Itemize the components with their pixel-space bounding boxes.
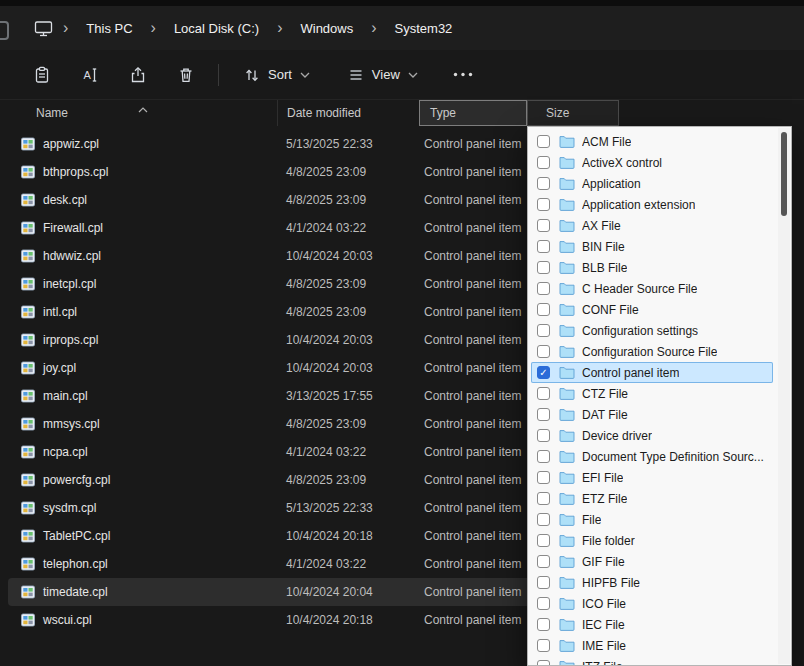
delete-button[interactable] [168, 58, 204, 92]
folder-icon [559, 471, 575, 484]
filter-checkbox[interactable] [537, 450, 550, 463]
filter-option-row[interactable]: Configuration Source File [531, 341, 773, 362]
breadcrumb-windows[interactable]: Windows [288, 15, 365, 42]
type-filter-dropdown: ACM File ActiveX control [527, 126, 792, 666]
filter-checkbox[interactable] [537, 366, 550, 379]
paste-button[interactable] [24, 58, 60, 92]
filter-checkbox[interactable] [537, 303, 550, 316]
column-header-name[interactable]: Name [8, 100, 277, 126]
filter-option-row[interactable]: GIF File [531, 551, 773, 572]
filter-option-row[interactable]: Control panel item [531, 362, 773, 383]
filter-checkbox[interactable] [537, 198, 550, 211]
filter-option-row[interactable]: IME File [531, 635, 773, 656]
see-more-ellipsis-icon [453, 72, 473, 77]
filter-option-row[interactable]: ActiveX control [531, 152, 773, 173]
filter-option-row[interactable]: File folder [531, 530, 773, 551]
folder-icon [559, 345, 575, 358]
filter-checkbox[interactable] [537, 219, 550, 232]
filter-checkbox[interactable] [537, 492, 550, 505]
file-date-modified: 10/4/2024 20:04 [277, 585, 419, 599]
filter-checkbox[interactable] [537, 534, 550, 547]
column-header-type[interactable]: Type [419, 100, 527, 126]
filter-option-row[interactable]: HIPFB File [531, 572, 773, 593]
filter-option-label: DAT File [582, 408, 628, 422]
filter-option-row[interactable]: IEC File [531, 614, 773, 635]
filter-option-row[interactable]: CTZ File [531, 383, 773, 404]
control-panel-item-icon [20, 388, 36, 404]
filter-checkbox[interactable] [537, 429, 550, 442]
filter-checkbox[interactable] [537, 555, 550, 568]
folder-icon [559, 219, 575, 232]
filter-option-row[interactable]: File [531, 509, 773, 530]
clipped-nav-button[interactable] [0, 21, 9, 40]
share-button[interactable] [120, 58, 156, 92]
filter-checkbox[interactable] [537, 282, 550, 295]
folder-icon [559, 198, 575, 211]
filter-checkbox[interactable] [537, 345, 550, 358]
filter-checkbox[interactable] [537, 240, 550, 253]
toolbar-divider [218, 64, 219, 86]
breadcrumb-system32[interactable]: System32 [383, 15, 465, 42]
filter-checkbox[interactable] [537, 324, 550, 337]
file-list-pane: Name Date modified Type Size [0, 100, 804, 666]
chevron-right-icon[interactable]: › [57, 20, 74, 36]
filter-option-row[interactable]: Application extension [531, 194, 773, 215]
file-date-modified: 4/8/2025 23:09 [277, 473, 419, 487]
control-panel-item-icon [20, 304, 36, 320]
column-header-size[interactable]: Size [527, 100, 619, 126]
breadcrumb-local-disk-c[interactable]: Local Disk (C:) [162, 15, 271, 42]
filter-checkbox[interactable] [537, 177, 550, 190]
filter-checkbox[interactable] [537, 261, 550, 274]
chevron-right-icon[interactable]: › [145, 20, 162, 36]
file-name-cell: ncpa.cpl [8, 444, 277, 460]
chevron-right-icon[interactable]: › [271, 20, 288, 36]
rename-button[interactable]: A [72, 58, 108, 92]
filter-option-row[interactable]: ITZ File [531, 656, 773, 666]
filter-checkbox[interactable] [537, 135, 550, 148]
folder-icon [559, 534, 575, 547]
filter-option-row[interactable]: BIN File [531, 236, 773, 257]
chevron-right-icon[interactable]: › [365, 20, 382, 36]
filter-option-row[interactable]: DAT File [531, 404, 773, 425]
view-button[interactable]: View [337, 60, 429, 90]
column-header-date-modified[interactable]: Date modified [277, 100, 419, 126]
filter-scrollbar-thumb[interactable] [781, 132, 787, 216]
filter-option-row[interactable]: ICO File [531, 593, 773, 614]
breadcrumb-this-pc[interactable]: This PC [74, 15, 144, 42]
filter-checkbox[interactable] [537, 513, 550, 526]
filter-checkbox[interactable] [537, 639, 550, 652]
filter-option-row[interactable]: EFI File [531, 467, 773, 488]
filter-checkbox[interactable] [537, 597, 550, 610]
file-name-cell: mmsys.cpl [8, 416, 277, 432]
filter-option-row[interactable]: Device driver [531, 425, 773, 446]
filter-checkbox[interactable] [537, 156, 550, 169]
file-name-cell: telephon.cpl [8, 556, 277, 572]
folder-icon [559, 282, 575, 295]
filter-checkbox[interactable] [537, 471, 550, 484]
filter-checkbox[interactable] [537, 387, 550, 400]
filter-option-row[interactable]: CONF File [531, 299, 773, 320]
filter-option-row[interactable]: Document Type Definition Sourc... [531, 446, 773, 467]
sort-button[interactable]: Sort [233, 60, 321, 90]
filter-checkbox[interactable] [537, 660, 550, 666]
filter-checkbox[interactable] [537, 618, 550, 631]
filter-option-row[interactable]: AX File [531, 215, 773, 236]
filter-option-row[interactable]: ACM File [531, 131, 773, 152]
control-panel-item-icon [20, 360, 36, 376]
see-more-button[interactable] [445, 58, 481, 92]
folder-icon [559, 618, 575, 631]
filter-scrollbar-track[interactable] [778, 128, 790, 664]
filter-option-row[interactable]: ETZ File [531, 488, 773, 509]
file-name-cell: Firewall.cpl [8, 220, 277, 236]
file-name-cell: TabletPC.cpl [8, 528, 277, 544]
filter-option-row[interactable]: Application [531, 173, 773, 194]
filter-option-row[interactable]: Configuration settings [531, 320, 773, 341]
control-panel-item-icon [20, 612, 36, 628]
filter-checkbox[interactable] [537, 576, 550, 589]
filter-option-row[interactable]: BLB File [531, 257, 773, 278]
filter-checkbox[interactable] [537, 408, 550, 421]
filter-option-row[interactable]: C Header Source File [531, 278, 773, 299]
file-name: intl.cpl [43, 305, 77, 319]
control-panel-item-icon [20, 332, 36, 348]
this-pc-monitor-icon[interactable] [34, 20, 53, 37]
